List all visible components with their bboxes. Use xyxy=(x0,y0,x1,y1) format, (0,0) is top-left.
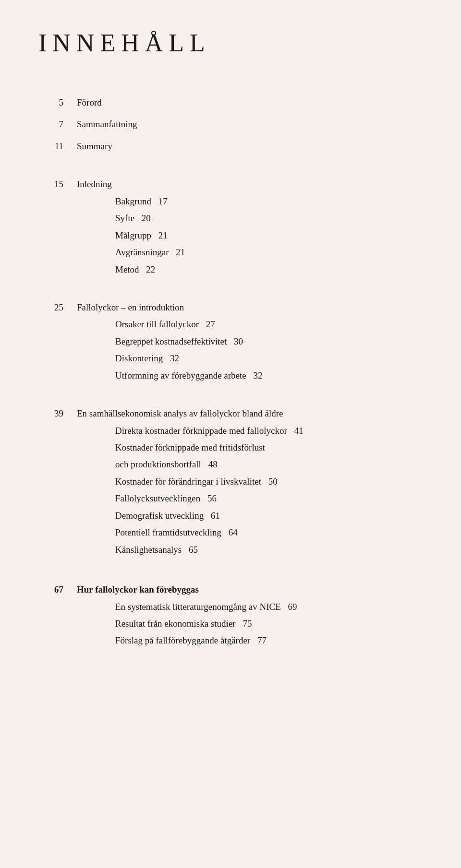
entry-text: Förslag på fallförebyggande åtgärder 77 xyxy=(115,633,267,647)
page-title: INNEHÅLL xyxy=(38,29,423,57)
toc-entry-begreppet: Begreppet kostnadseffektivitet 30 xyxy=(77,334,423,348)
entry-text: Potentiell framtidsutveckling 64 xyxy=(115,525,238,539)
entry-text: Hur fallolyckor kan förebyggas xyxy=(77,583,199,596)
toc-entry-resultat: Resultat från ekonomiska studier 75 xyxy=(77,617,423,630)
entry-text: Direkta kostnader förknippade med fallol… xyxy=(115,424,303,438)
toc-entry-bakgrund: Bakgrund 17 xyxy=(77,194,423,208)
page-num: 11 xyxy=(38,139,63,153)
entry-text: Fallolyckor – en introduktion xyxy=(77,300,184,314)
page-container: INNEHÅLL 5 Förord 7 Sammanfattning 11 Su… xyxy=(38,29,423,648)
toc-entry-samhalls: 39 En samhällsekonomisk analys av fallol… xyxy=(38,406,423,420)
toc-entry-malgrupp: Målgrupp 21 xyxy=(77,228,423,242)
toc-entry-produktionsbortfall: och produktionsbortfall 48 xyxy=(77,457,423,471)
entry-text: Kostnader för förändringar i livskvalite… xyxy=(115,475,278,488)
page-num: 67 xyxy=(38,583,63,596)
entry-text: Inledning xyxy=(77,177,112,191)
entry-text: En samhällsekonomisk analys av fallolyck… xyxy=(77,406,283,420)
entry-text: Förord xyxy=(77,95,102,109)
toc-entry-inledning: 15 Inledning xyxy=(38,177,423,191)
entry-text: Syfte 20 xyxy=(115,211,151,225)
toc-entry-utformning: Utformning av förebyggande arbete 32 xyxy=(77,369,423,382)
entry-text: Demografisk utveckling 61 xyxy=(115,509,220,523)
entry-text: Diskontering 32 xyxy=(115,351,179,365)
page-num: 5 xyxy=(38,95,63,109)
entry-text: Begreppet kostnadseffektivitet 30 xyxy=(115,334,243,348)
toc-entry-potentiell: Potentiell framtidsutveckling 64 xyxy=(77,525,423,539)
entry-text: Metod 22 xyxy=(115,262,155,276)
entry-text: Sammanfattning xyxy=(77,117,137,131)
entry-text: Bakgrund 17 xyxy=(115,194,168,208)
toc-entry-demografisk: Demografisk utveckling 61 xyxy=(77,509,423,523)
toc-entry-metod: Metod 22 xyxy=(77,262,423,276)
toc-entry-kostnader-fritid: Kostnader förknippade med fritidsförlust xyxy=(77,440,423,454)
toc-entry-sammanfattning: 7 Sammanfattning xyxy=(38,117,423,131)
toc-entry-forord: 5 Förord xyxy=(38,95,423,109)
entry-text: Kostnader förknippade med fritidsförlust xyxy=(115,440,265,454)
toc-entry-syfte: Syfte 20 xyxy=(77,211,423,225)
toc-entry-summary: 11 Summary xyxy=(38,139,423,153)
entry-text: Orsaker till fallolyckor 27 xyxy=(115,317,215,331)
toc-entry-systematisk: En systematisk litteraturgenomgång av NI… xyxy=(77,600,423,614)
toc-entry-avgrансningar: Avgränsningar 21 xyxy=(77,245,423,259)
toc-entry-fallolycksutvecklingen: Fallolycksutvecklingen 56 xyxy=(77,491,423,505)
entry-text: En systematisk litteraturgenomgång av NI… xyxy=(115,600,297,614)
entry-text: och produktionsbortfall 48 xyxy=(115,457,218,471)
page-num: 15 xyxy=(38,177,63,191)
page-num: 39 xyxy=(38,406,63,420)
toc-entry-diskontering: Diskontering 32 xyxy=(77,351,423,365)
entry-text: Känslighetsanalys 65 xyxy=(115,543,198,557)
entry-text: Målgrupp 21 xyxy=(115,228,168,242)
toc-entry-livskvalitet: Kostnader för förändringar i livskvalite… xyxy=(77,475,423,488)
toc-entry-hur-fallolyckor: 67 Hur fallolyckor kan förebyggas xyxy=(38,583,423,596)
toc-entry-forslag: Förslag på fallförebyggande åtgärder 77 xyxy=(77,633,423,647)
entry-text: Fallolycksutvecklingen 56 xyxy=(115,491,217,505)
toc-entry-fallolyckor-intro: 25 Fallolyckor – en introduktion xyxy=(38,300,423,314)
toc-section: 5 Förord 7 Sammanfattning 11 Summary 15 … xyxy=(38,95,423,648)
toc-entry-direkta: Direkta kostnader förknippade med fallol… xyxy=(77,424,423,438)
page-num: 25 xyxy=(38,300,63,314)
entry-text: Resultat från ekonomiska studier 75 xyxy=(115,617,252,630)
page-num: 7 xyxy=(38,117,63,131)
toc-entry-kanslighetsanalys: Känslighetsanalys 65 xyxy=(77,543,423,557)
toc-entry-orsaker: Orsaker till fallolyckor 27 xyxy=(77,317,423,331)
entry-text: Utformning av förebyggande arbete 32 xyxy=(115,369,263,382)
entry-text: Avgränsningar 21 xyxy=(115,245,185,259)
entry-text: Summary xyxy=(77,139,112,153)
